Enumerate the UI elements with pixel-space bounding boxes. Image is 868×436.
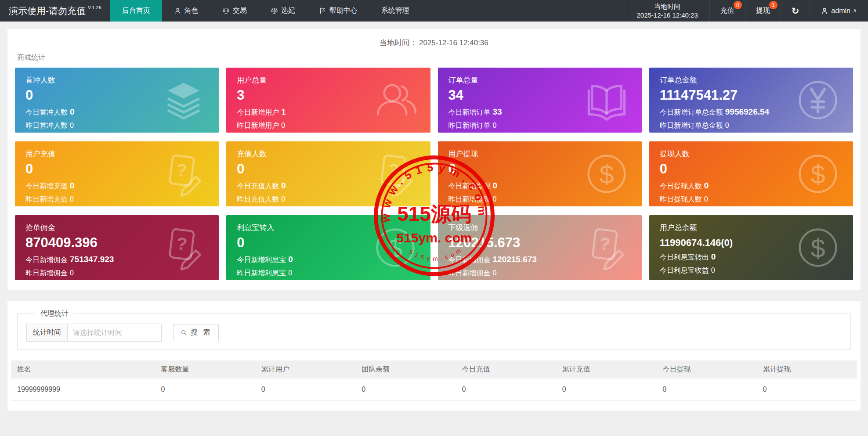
card-yesterday-value: 0	[288, 269, 292, 277]
card-today-value: 1	[281, 107, 286, 116]
card-today-value: 0	[711, 252, 716, 261]
card-yesterday-label: 昨日提现人数	[660, 195, 702, 203]
card-today-value: 0	[288, 255, 293, 264]
stat-card-first-charge-users: 首冲人数 0 今日首冲人数0 昨日首冲人数0	[15, 68, 219, 133]
nav-item-label: 后台首页	[122, 6, 150, 15]
local-time-label: 当地时间	[654, 2, 680, 11]
dollar-icon: $	[794, 150, 842, 198]
caret-up-icon: ∧	[853, 7, 857, 13]
svg-text:$: $	[599, 160, 614, 189]
card-yesterday-value: 0	[493, 269, 497, 277]
nav-item-xuanfei[interactable]: 选妃	[259, 0, 307, 22]
shop-stats-panel: 当地时间： 2025-12-16 12:40:36 商城统计 首冲人数 0 今日…	[7, 29, 861, 290]
stat-time-group: 统计时间	[26, 324, 162, 342]
card-today-value: 0	[281, 181, 286, 190]
local-time-line: 当地时间： 2025-12-16 12:40:36	[7, 29, 861, 48]
card-today-label: 今日新增充值	[25, 182, 68, 190]
card-yesterday-label: 昨日新增订单总金额	[660, 122, 723, 129]
nav-item-trade[interactable]: 交易	[210, 0, 259, 22]
card-yesterday-value: 0	[725, 122, 729, 129]
user-name: admin	[831, 7, 850, 15]
agent-stats-fieldset: 代理统计 统计时间 搜 索	[17, 309, 851, 350]
column-header: 团队余额	[355, 360, 456, 378]
stat-time-input[interactable]	[68, 324, 162, 342]
card-yesterday-value: 0	[281, 122, 285, 129]
book-icon	[583, 76, 630, 124]
card-yesterday-label: 昨日新增利息宝	[237, 269, 286, 277]
svg-text:$: $	[388, 234, 402, 263]
dollar-icon: $	[794, 224, 842, 271]
table-cell: 19999999999	[11, 378, 155, 401]
withdraw-label: 提现	[756, 6, 770, 15]
stat-card-total-users: 用户总量 3 今日新增用户1 昨日新增用户0	[226, 68, 430, 133]
card-today-label: 今日新增利息宝	[237, 256, 286, 263]
search-button[interactable]: 搜 索	[173, 324, 219, 341]
nav-item-label: 交易	[233, 6, 247, 15]
card-today-label: 今日新增提现	[448, 182, 491, 190]
nav-item-label: 帮助中心	[329, 6, 358, 15]
card-yesterday-value: 0	[493, 122, 497, 129]
brand-text: 演示使用-请勿充值	[9, 5, 86, 17]
main-nav: 后台首页角色交易选妃帮助中心系统管理	[110, 0, 421, 22]
user-icon	[821, 7, 828, 15]
card-today-value: 0	[70, 181, 75, 190]
table-cell: 0	[355, 378, 456, 401]
card-yesterday-label: 昨日首冲人数	[25, 122, 68, 129]
table-cell: 0	[757, 378, 857, 401]
card-yesterday-label: 昨日新增用户	[237, 122, 279, 129]
table-row: 199999999990000000	[11, 378, 857, 401]
card-yesterday-label: 昨日新增佣金	[25, 269, 68, 277]
agent-table-body: 199999999990000000	[11, 378, 857, 401]
refresh-button[interactable]: ↻	[781, 0, 810, 22]
column-header: 累计充值	[556, 360, 656, 378]
card-yesterday-value: 0	[70, 195, 74, 203]
card-yesterday-label: 昨日新增充值	[25, 195, 68, 203]
withdraw-button[interactable]: 提现 1	[745, 0, 781, 22]
card-today-label: 今日新增用户	[237, 108, 279, 116]
card-today-label: 今日新增订单总金额	[660, 108, 723, 116]
svg-text:?: ?	[387, 160, 400, 180]
user-menu[interactable]: admin ∧	[810, 0, 868, 22]
agent-table: 姓名客服数量累计用户团队余额今日充值累计充值今日提现累计提现 199999999…	[11, 360, 857, 401]
table-cell: 0	[456, 378, 556, 401]
nav-item-help[interactable]: 帮助中心	[307, 0, 369, 22]
edit-doc-icon: ?	[160, 150, 207, 198]
dollar-icon: $	[372, 224, 419, 271]
search-button-label: 搜 索	[191, 328, 212, 337]
table-cell: 0	[656, 378, 756, 401]
column-header: 累计用户	[255, 360, 355, 378]
edit-doc-icon: ?	[160, 224, 207, 271]
column-header: 客服数量	[155, 360, 255, 378]
edit-doc-icon: ?	[583, 224, 630, 271]
svg-text:?: ?	[598, 234, 611, 254]
card-yesterday-label: 今日利息宝收益	[660, 267, 709, 274]
card-today-value: 751347.923	[70, 255, 114, 264]
card-today-value: 0	[704, 181, 709, 190]
stat-card-total-orders: 订单总量 34 今日新增订单33 昨日新增订单0	[438, 68, 642, 133]
card-yesterday-label: 昨日新增佣金	[448, 269, 491, 277]
recharge-button[interactable]: 充值 0	[709, 0, 745, 22]
card-yesterday-value: 0	[70, 122, 74, 129]
stat-card-total-order-amount: 订单总金额 11147541.27 今日新增订单总金额9956926.54 昨日…	[649, 68, 853, 133]
card-today-value: 0	[70, 107, 75, 116]
nav-item-system[interactable]: 系统管理	[369, 0, 421, 22]
card-today-label: 今日提现人数	[660, 182, 702, 190]
stat-card-recharge-users: 充值人数 0 今日充值人数0 昨日充值人数0 ?	[226, 141, 430, 206]
card-today-value: 33	[493, 107, 502, 116]
stat-card-withdraw-users: 提现人数 0 今日提现人数0 昨日提现人数0 $	[649, 141, 853, 206]
nav-item-label: 选妃	[281, 6, 295, 15]
brand-title: 演示使用-请勿充值 V.1.26	[0, 0, 110, 22]
svg-text:?: ?	[176, 160, 188, 180]
search-icon	[180, 329, 188, 336]
nav-item-roles[interactable]: 角色	[162, 0, 210, 22]
stat-card-sub-rebate: 下级返佣 120215.673 今日新增佣金120215.673 昨日新增佣金0…	[438, 215, 642, 280]
card-today-label: 今日充值人数	[237, 182, 279, 190]
nav-item-home[interactable]: 后台首页	[110, 0, 162, 22]
card-today-value: 9956926.54	[725, 107, 769, 116]
scales-icon	[222, 7, 230, 14]
card-today-label: 今日新增订单	[448, 108, 491, 116]
card-today-value: 120215.673	[493, 255, 537, 264]
card-yesterday-value: 0	[70, 269, 74, 277]
recharge-label: 充值	[720, 6, 734, 15]
column-header: 累计提现	[757, 360, 857, 378]
